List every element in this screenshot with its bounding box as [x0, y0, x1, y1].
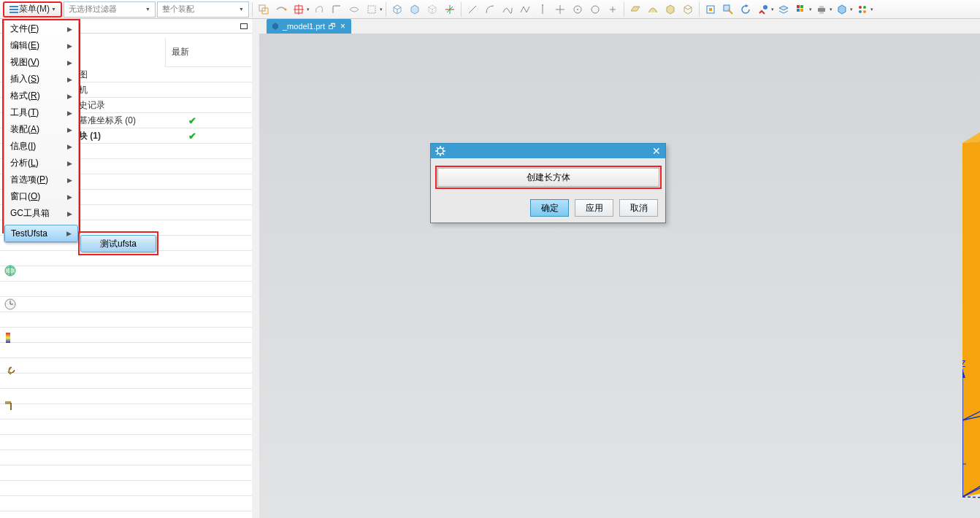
circle2-icon[interactable] [587, 1, 603, 18]
separator [386, 2, 386, 17]
tool-icon-4[interactable] [311, 1, 327, 18]
viewport: _model1.prt 🗗 × Z [259, 19, 980, 518]
clock-icon[interactable] [2, 296, 18, 312]
svg-rect-30 [818, 8, 825, 12]
curve-surf-icon[interactable] [645, 1, 661, 18]
circle-icon[interactable] [570, 1, 586, 18]
view-fit-icon[interactable] [703, 1, 719, 18]
menu-item-edit[interactable]: 编辑(E)▶ [4, 37, 78, 54]
box-tool-icon[interactable] [834, 1, 850, 18]
line-icon[interactable] [464, 1, 481, 18]
refresh-icon[interactable] [738, 1, 754, 18]
svg-point-35 [859, 10, 862, 13]
tool-icon-5[interactable] [329, 1, 345, 18]
gradient-icon[interactable] [2, 330, 18, 346]
close-icon[interactable]: ✕ [651, 145, 662, 157]
box-drop[interactable]: ▾ [851, 7, 853, 12]
menu-icon [9, 4, 19, 15]
part-icon [271, 22, 280, 31]
plane-icon[interactable] [627, 1, 643, 18]
close-icon[interactable]: × [340, 21, 345, 31]
tool-icon-7[interactable] [364, 1, 380, 18]
svg-point-33 [859, 6, 862, 9]
svg-text:Z: Z [962, 359, 965, 369]
svg-line-63 [443, 153, 444, 155]
cube-icon-1[interactable] [389, 1, 405, 18]
plus-icon[interactable] [605, 1, 621, 18]
svg-rect-41 [6, 333, 10, 343]
document-tab[interactable]: _model1.prt 🗗 × [267, 19, 351, 34]
menu-item-tools[interactable]: 工具(T)▶ [4, 104, 78, 121]
svg-point-57 [437, 148, 443, 154]
cube-icon-2[interactable] [407, 1, 423, 18]
shell-icon[interactable] [680, 1, 696, 18]
main-menu-dropdown: 文件(F)▶ 编辑(E)▶ 视图(V)▶ 插入(S)▶ 格式(R)▶ 工具(T)… [4, 20, 79, 243]
globe-icon[interactable] [2, 263, 18, 279]
create-box-button[interactable]: 创建长方体 [437, 168, 659, 187]
layers-icon[interactable] [776, 1, 792, 18]
filter-combo-text: 无选择过滤器 [69, 4, 117, 15]
solid-icon[interactable] [662, 1, 678, 18]
svg-rect-26 [797, 5, 800, 8]
scope-combo[interactable]: 整个装配 ▼ [157, 1, 249, 18]
menu-button[interactable]: 菜单(M) ▼ [3, 1, 62, 18]
menu-item-view[interactable]: 视图(V)▶ [4, 54, 78, 71]
svg-marker-45 [962, 107, 980, 143]
menu-item-insert[interactable]: 插入(S)▶ [4, 71, 78, 88]
menu-item-testufsta[interactable]: TestUfsta▶ [4, 225, 78, 242]
dialog-titlebar[interactable]: ✕ [431, 144, 665, 158]
tool-icon-2[interactable] [273, 1, 289, 18]
submenu-testufsta[interactable]: 测试ufsta [80, 235, 156, 252]
tool-icon-3-drop[interactable]: ▾ [308, 7, 310, 12]
palette-drop[interactable]: ▾ [872, 7, 873, 12]
filter-combo[interactable]: 无选择过滤器 ▼ [64, 1, 156, 18]
menu-item-gctoolbox[interactable]: GC工具箱▶ [4, 205, 78, 222]
palette-icon[interactable] [854, 1, 870, 18]
svg-rect-27 [800, 5, 803, 8]
view-zoom-icon[interactable] [720, 1, 736, 18]
gear-icon [435, 146, 445, 156]
svg-point-14 [542, 4, 543, 6]
arc-icon[interactable] [482, 1, 498, 18]
grid-menu-icon[interactable] [793, 1, 809, 18]
hammer-icon[interactable] [2, 397, 18, 413]
svg-marker-44 [962, 128, 980, 497]
svg-rect-42 [5, 401, 11, 404]
menu-item-prefs[interactable]: 首选项(P)▶ [4, 171, 78, 188]
maximize-icon[interactable] [240, 23, 248, 29]
menu-item-info[interactable]: 信息(I)▶ [4, 138, 78, 155]
svg-line-12 [469, 6, 476, 13]
svg-line-53 [962, 497, 980, 499]
cancel-button[interactable]: 取消 [619, 199, 658, 217]
grid-drop[interactable]: ▾ [811, 7, 812, 12]
spline-icon[interactable] [499, 1, 516, 18]
menu-item-format[interactable]: 格式(R)▶ [4, 88, 78, 104]
ok-button[interactable]: 确定 [530, 199, 569, 217]
cube-wire-icon[interactable] [424, 1, 440, 18]
svg-rect-32 [819, 12, 824, 14]
print-icon[interactable] [814, 1, 830, 18]
axis-icon[interactable] [442, 1, 458, 18]
3d-canvas[interactable]: Z Y X [259, 34, 980, 518]
wrench-icon[interactable] [2, 363, 18, 379]
brush-icon[interactable] [755, 1, 771, 18]
tool-icon-6[interactable] [346, 1, 362, 18]
tool-icon-3[interactable] [291, 1, 307, 18]
menu-item-window[interactable]: 窗口(O)▶ [4, 188, 78, 205]
tab-modified-icon: 🗗 [328, 22, 336, 31]
menu-item-analysis[interactable]: 分析(L)▶ [4, 155, 78, 171]
chevron-down-icon: ▼ [239, 7, 244, 12]
main-toolbar: 菜单(M) ▼ 无选择过滤器 ▼ 整个装配 ▼ ▾ ▾ ▾ ▾ ▾ ▾ [0, 0, 980, 19]
svg-line-62 [437, 147, 438, 149]
point-icon[interactable] [552, 1, 568, 18]
menu-item-assembly[interactable]: 装配(A)▶ [4, 121, 78, 138]
vline-icon[interactable] [535, 1, 551, 18]
apply-button[interactable]: 应用 [575, 199, 613, 217]
polyline-icon[interactable] [517, 1, 533, 18]
tool-icon-1[interactable] [256, 1, 272, 18]
tool-icon-7-drop[interactable]: ▾ [381, 7, 383, 12]
brush-drop[interactable]: ▾ [773, 7, 774, 12]
menu-item-file[interactable]: 文件(F)▶ [4, 20, 78, 37]
svg-rect-31 [819, 6, 824, 8]
print-drop[interactable]: ▾ [831, 7, 832, 12]
